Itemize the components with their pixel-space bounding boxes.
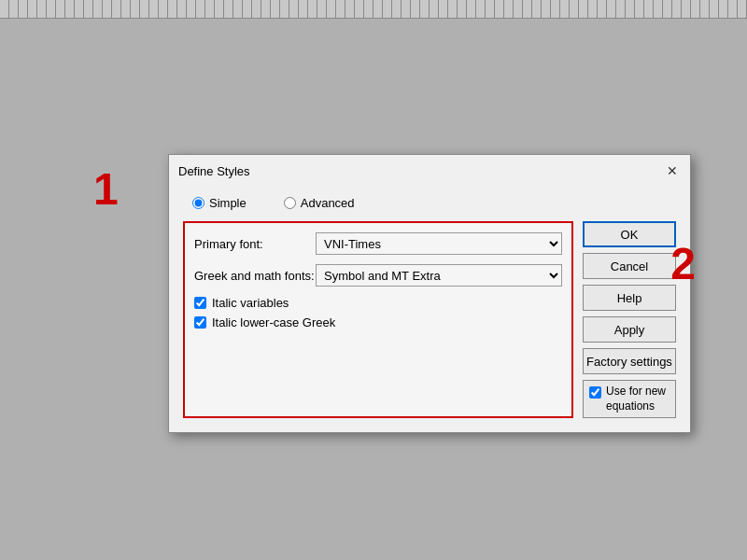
define-styles-dialog: Define Styles ✕ Simple Advanced Primary … (168, 154, 691, 433)
italic-lowercase-label: Italic lower-case Greek (212, 315, 335, 329)
radio-advanced-label: Advanced (301, 196, 355, 210)
radio-advanced-option[interactable]: Advanced (284, 196, 355, 210)
factory-settings-button[interactable]: Factory settings (583, 348, 676, 374)
label-2: 2 (670, 238, 696, 289)
primary-font-row: Primary font: VNI-Times Times New Roman … (194, 232, 562, 255)
italic-lowercase-row: Italic lower-case Greek (194, 315, 562, 329)
use-for-new-label: Use for new equations (606, 385, 669, 413)
dialog-body: Primary font: VNI-Times Times New Roman … (183, 221, 676, 418)
greek-font-select[interactable]: Symbol and MT Extra Symbol MT Extra (316, 264, 562, 287)
cancel-button[interactable]: Cancel (583, 253, 676, 279)
greek-font-label: Greek and math fonts: (194, 269, 316, 283)
apply-button[interactable]: Apply (583, 316, 676, 343)
use-for-new-checkbox[interactable] (589, 386, 601, 399)
close-button[interactable]: ✕ (664, 162, 681, 179)
help-button[interactable]: Help (583, 285, 676, 311)
dialog-content: Simple Advanced Primary font: VNI-Times … (169, 187, 690, 432)
ruler-top (0, 0, 747, 19)
use-for-new-row: Use for new equations (583, 380, 676, 418)
dialog-title: Define Styles (178, 164, 250, 178)
radio-advanced[interactable] (284, 197, 296, 209)
greek-font-row: Greek and math fonts: Symbol and MT Extr… (194, 264, 562, 287)
right-buttons: OK Cancel Help Apply Factory settings Us… (583, 221, 676, 418)
italic-lowercase-checkbox[interactable] (194, 316, 206, 329)
label-1: 1 (93, 163, 119, 215)
ok-button[interactable]: OK (583, 221, 676, 247)
ruler-marks (0, 0, 747, 18)
radio-simple-label: Simple (209, 196, 247, 210)
primary-font-select[interactable]: VNI-Times Times New Roman Arial Calibri (316, 232, 562, 255)
italic-variables-label: Italic variables (212, 296, 289, 310)
radio-simple-option[interactable]: Simple (192, 196, 247, 210)
radio-simple[interactable] (192, 197, 204, 209)
italic-variables-checkbox[interactable] (194, 297, 206, 309)
dialog-titlebar: Define Styles ✕ (169, 155, 690, 187)
italic-variables-row: Italic variables (194, 296, 562, 310)
primary-font-label: Primary font: (194, 237, 316, 251)
radio-row: Simple Advanced (183, 196, 676, 210)
left-panel: Primary font: VNI-Times Times New Roman … (183, 221, 573, 418)
